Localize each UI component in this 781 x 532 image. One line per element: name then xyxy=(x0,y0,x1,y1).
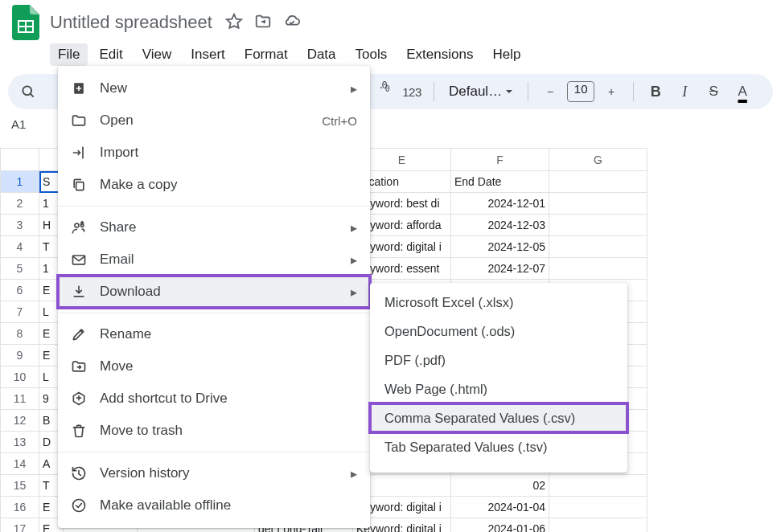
menu-item-label: Email xyxy=(100,252,338,268)
increase-font-size[interactable]: + xyxy=(599,80,623,104)
svg-point-9 xyxy=(75,223,79,227)
row-header[interactable]: 13 xyxy=(1,432,39,453)
download-format-comma-separated-values-csv-[interactable]: Comma Separated Values (.csv) xyxy=(370,403,627,432)
menu-item-label: Import xyxy=(100,145,357,161)
download-format-tab-separated-values-tsv-[interactable]: Tab Separated Values (.tsv) xyxy=(370,432,627,461)
row-header[interactable]: 6 xyxy=(1,280,39,301)
cell[interactable]: 2024-01-06 xyxy=(451,518,549,533)
menu-item-help[interactable]: Help xyxy=(484,43,528,66)
strikethrough-button[interactable]: S xyxy=(701,80,726,104)
menu-item-edit[interactable]: Edit xyxy=(91,43,130,66)
cloud-status-icon[interactable] xyxy=(283,13,301,33)
file-menu-item-version-history[interactable]: Version history▸ xyxy=(58,457,370,489)
row-header[interactable]: 10 xyxy=(1,366,39,388)
cell[interactable]: 2024-12-01 xyxy=(451,193,549,215)
menu-item-file[interactable]: File xyxy=(50,43,88,66)
row-header[interactable]: 2 xyxy=(1,193,39,215)
row-header[interactable]: 4 xyxy=(1,236,39,258)
history-icon xyxy=(71,465,87,481)
cell[interactable] xyxy=(549,171,647,193)
file-menu-item-make-a-copy[interactable]: Make a copy xyxy=(58,169,370,201)
row-header[interactable]: 17 xyxy=(1,518,39,533)
file-menu-item-new[interactable]: New▸ xyxy=(58,72,370,104)
under-arrow-icon: 0 xyxy=(385,84,388,93)
name-box[interactable]: A1 xyxy=(11,117,51,131)
doc-title[interactable]: Untitled spreadsheet xyxy=(50,12,212,33)
sheets-logo[interactable] xyxy=(8,5,43,40)
submenu-arrow-icon: ▸ xyxy=(351,466,357,481)
menu-item-label: Download xyxy=(100,284,338,300)
increase-dec-icon[interactable]: .00 xyxy=(371,80,395,104)
row-header[interactable]: 3 xyxy=(1,215,39,236)
search-icon[interactable] xyxy=(16,80,40,104)
cell[interactable] xyxy=(549,497,647,518)
download-format-web-page-html-[interactable]: Web Page (.html) xyxy=(370,374,627,403)
cell[interactable]: 02 xyxy=(451,475,549,497)
menu-item-data[interactable]: Data xyxy=(299,43,344,66)
shortcut-icon xyxy=(71,391,87,407)
download-format-microsoft-excel-xlsx-[interactable]: Microsoft Excel (.xlsx) xyxy=(370,288,627,317)
file-menu-item-download[interactable]: Download▸ xyxy=(58,276,370,308)
download-format-opendocument-ods-[interactable]: OpenDocument (.ods) xyxy=(370,317,627,346)
row-header[interactable]: 14 xyxy=(1,453,39,475)
offline-icon xyxy=(71,497,87,514)
font-size-input[interactable]: 10 xyxy=(567,81,594,102)
file-menu-item-open[interactable]: OpenCtrl+O xyxy=(58,104,370,137)
row-header[interactable]: 15 xyxy=(1,475,39,497)
copy-icon xyxy=(71,177,87,193)
column-header[interactable]: G xyxy=(549,149,647,171)
title-actions xyxy=(225,13,301,33)
font-selector[interactable]: Defaul… xyxy=(444,84,518,100)
menu-item-label: Open xyxy=(100,113,309,129)
cell[interactable] xyxy=(549,475,647,497)
file-menu-item-rename[interactable]: Rename xyxy=(58,318,370,350)
select-all-corner[interactable] xyxy=(1,149,39,171)
file-menu-item-import[interactable]: Import xyxy=(58,137,370,169)
move-icon xyxy=(71,358,87,374)
submenu-arrow-icon: ▸ xyxy=(351,220,357,235)
row-header[interactable]: 1 xyxy=(1,171,39,193)
cell[interactable]: End Date xyxy=(451,171,549,193)
menu-item-tools[interactable]: Tools xyxy=(347,43,396,66)
download-format-pdf-pdf-[interactable]: PDF (.pdf) xyxy=(370,346,627,374)
bold-button[interactable]: B xyxy=(643,80,668,104)
cell[interactable] xyxy=(549,258,647,280)
row-header[interactable]: 9 xyxy=(1,345,39,366)
text-color-button[interactable]: A xyxy=(730,80,754,104)
move-to-folder-icon[interactable] xyxy=(254,13,272,33)
cell[interactable] xyxy=(549,518,647,533)
cell[interactable]: 2024-01-04 xyxy=(451,497,549,518)
column-header[interactable]: F xyxy=(451,149,549,171)
submenu-arrow-icon: ▸ xyxy=(351,284,357,300)
titlebar: Untitled spreadsheet xyxy=(0,0,781,40)
file-menu-item-add-shortcut-to-drive[interactable]: Add shortcut to Drive xyxy=(58,383,370,415)
menu-item-insert[interactable]: Insert xyxy=(183,43,233,66)
row-header[interactable]: 12 xyxy=(1,410,39,432)
cell[interactable] xyxy=(549,193,647,215)
file-menu-item-make-available-offline[interactable]: Make available offline xyxy=(58,489,370,522)
menu-item-format[interactable]: Format xyxy=(236,43,296,66)
file-menu-dropdown: New▸OpenCtrl+OImportMake a copyShare▸Ema… xyxy=(58,66,370,528)
star-icon[interactable] xyxy=(225,13,243,33)
file-menu-item-move-to-trash[interactable]: Move to trash xyxy=(58,415,370,447)
row-header[interactable]: 8 xyxy=(1,323,39,345)
file-menu-item-move[interactable]: Move xyxy=(58,350,370,383)
row-header[interactable]: 11 xyxy=(1,388,39,410)
number-format-icon[interactable]: 123 xyxy=(400,80,424,104)
row-header[interactable]: 7 xyxy=(1,301,39,323)
decrease-font-size[interactable]: − xyxy=(538,80,562,104)
row-header[interactable]: 16 xyxy=(1,497,39,518)
cell[interactable]: 2024-12-03 xyxy=(451,215,549,236)
cell[interactable] xyxy=(549,215,647,236)
file-menu-item-share[interactable]: Share▸ xyxy=(58,211,370,243)
cell[interactable]: 2024-12-05 xyxy=(451,236,549,258)
cell[interactable] xyxy=(549,236,647,258)
download-submenu: Microsoft Excel (.xlsx)OpenDocument (.od… xyxy=(370,283,627,473)
row-header[interactable]: 5 xyxy=(1,258,39,280)
new-icon xyxy=(71,80,87,96)
menu-item-extensions[interactable]: Extensions xyxy=(398,43,481,66)
italic-button[interactable]: I xyxy=(672,80,697,104)
menu-item-view[interactable]: View xyxy=(134,43,180,66)
cell[interactable]: 2024-12-07 xyxy=(451,258,549,280)
file-menu-item-email[interactable]: Email▸ xyxy=(58,243,370,276)
